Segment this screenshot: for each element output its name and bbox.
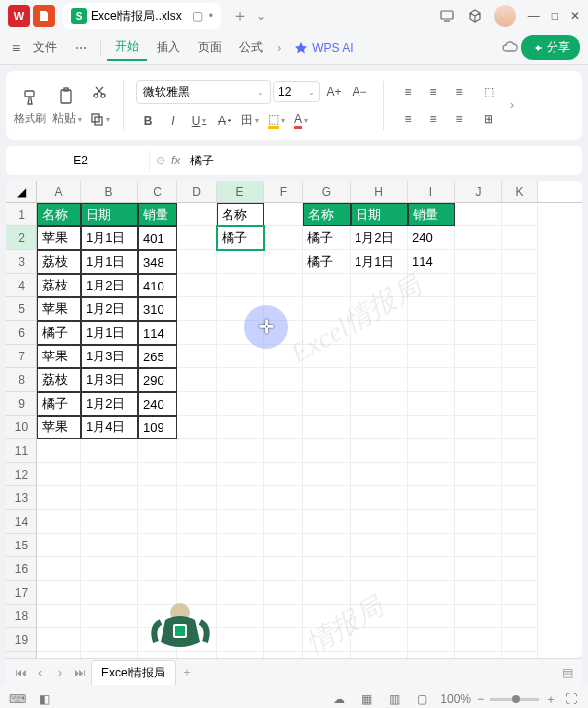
cell[interactable] [303, 534, 351, 557]
cell[interactable] [502, 274, 538, 297]
cells-area[interactable]: Excel情报局 情报局 名称日期销量名称名称日期销量苹果1月1日401橘子▾橘… [37, 203, 582, 658]
cell[interactable] [455, 345, 502, 368]
col-header-B[interactable]: B [81, 181, 138, 202]
cell[interactable] [455, 250, 502, 274]
cell[interactable]: 348 [138, 250, 177, 274]
cell[interactable]: 109 [138, 416, 177, 439]
cell[interactable] [502, 297, 538, 321]
cell[interactable] [217, 463, 264, 486]
cell[interactable] [138, 439, 177, 463]
row-header-11[interactable]: 11 [6, 439, 37, 463]
cell[interactable]: 荔枝 [37, 250, 81, 274]
cell[interactable] [217, 439, 264, 463]
cell[interactable] [138, 510, 177, 534]
cell[interactable]: 240 [138, 392, 177, 416]
cell[interactable]: 销量 [138, 203, 177, 226]
cell[interactable] [177, 226, 217, 250]
cell[interactable]: 苹果 [37, 226, 81, 250]
sheet-tab-active[interactable]: Excel情报局 [91, 660, 176, 685]
align-center-button[interactable]: ≡ [422, 108, 445, 130]
row-header-17[interactable]: 17 [6, 581, 37, 605]
cell[interactable] [351, 581, 408, 605]
cell[interactable] [81, 628, 138, 652]
cell[interactable] [217, 652, 264, 658]
border-button[interactable]: 田▾ [238, 110, 262, 132]
cell[interactable] [455, 628, 502, 652]
menu-tab-formula[interactable]: 公式 [231, 35, 271, 60]
cell[interactable]: 橘子 [303, 226, 351, 250]
cell[interactable] [455, 274, 502, 297]
wps-ai-button[interactable]: WPS AI [294, 41, 353, 55]
cancel-formula-icon[interactable]: ⊖ [156, 154, 165, 167]
increase-font-button[interactable]: A+ [322, 81, 346, 102]
cell[interactable] [177, 297, 217, 321]
cell[interactable]: 日期 [351, 203, 408, 226]
col-header-D[interactable]: D [177, 181, 217, 202]
cell[interactable] [37, 652, 81, 658]
cell[interactable] [264, 250, 303, 274]
row-header-1[interactable]: 1 [6, 203, 37, 226]
row-header-15[interactable]: 15 [6, 534, 37, 557]
tab-menu-icon[interactable]: ▢ [192, 9, 203, 23]
cell[interactable] [502, 652, 538, 658]
cell[interactable] [408, 439, 455, 463]
cell[interactable] [303, 345, 351, 368]
cell[interactable]: 240 [408, 226, 455, 250]
cell[interactable] [455, 510, 502, 534]
cell[interactable]: 1月1日 [81, 250, 138, 274]
cell[interactable] [177, 345, 217, 368]
cell[interactable] [264, 463, 303, 486]
cell[interactable] [351, 392, 408, 416]
cell[interactable] [303, 557, 351, 581]
cell[interactable] [303, 486, 351, 510]
cell[interactable] [455, 534, 502, 557]
cube-icon[interactable] [467, 8, 483, 24]
row-header-4[interactable]: 4 [6, 274, 37, 297]
cell[interactable] [37, 628, 81, 652]
cell[interactable] [81, 463, 138, 486]
cell[interactable]: 1月1日 [81, 226, 138, 250]
cell[interactable] [455, 439, 502, 463]
cell[interactable] [303, 652, 351, 658]
cell[interactable] [408, 416, 455, 439]
cell[interactable] [264, 486, 303, 510]
cell[interactable] [455, 557, 502, 581]
cell[interactable] [37, 581, 81, 605]
italic-button[interactable]: I [162, 110, 185, 132]
merge-button[interactable]: ⊞ [477, 108, 500, 130]
cell[interactable] [138, 534, 177, 557]
col-header-J[interactable]: J [455, 181, 502, 202]
file-tab[interactable]: S Excel情报局..xlsx ▢ • [63, 3, 221, 29]
cell[interactable]: 1月2日 [81, 392, 138, 416]
cell[interactable] [138, 486, 177, 510]
cell[interactable]: 1月3日 [81, 345, 138, 368]
new-tab-button[interactable]: ＋ [232, 6, 248, 27]
align-right-button[interactable]: ≡ [447, 108, 471, 130]
bold-button[interactable]: B [136, 110, 160, 132]
cell[interactable]: 1月2日 [81, 274, 138, 297]
cell[interactable] [502, 581, 538, 605]
cell[interactable] [138, 463, 177, 486]
cell[interactable]: 1月4日 [81, 416, 138, 439]
row-header-2[interactable]: 2 [6, 226, 37, 250]
cloud-icon[interactable] [501, 39, 519, 57]
cell[interactable]: 265 [138, 345, 177, 368]
cell[interactable]: 销量 [408, 203, 455, 226]
cell[interactable]: 401 [138, 226, 177, 250]
cell[interactable] [303, 463, 351, 486]
cell[interactable]: 荔枝 [37, 274, 81, 297]
fx-label[interactable]: fx [171, 154, 180, 167]
cell[interactable] [502, 534, 538, 557]
cell[interactable]: 410 [138, 274, 177, 297]
row-header-7[interactable]: 7 [6, 345, 37, 368]
col-header-C[interactable]: C [138, 181, 177, 202]
cell[interactable] [264, 392, 303, 416]
col-header-F[interactable]: F [264, 181, 303, 202]
cell[interactable] [264, 203, 303, 226]
cell[interactable] [264, 628, 303, 652]
cell[interactable] [37, 605, 81, 628]
row-header-20[interactable]: 20 [6, 652, 37, 658]
view-normal-icon[interactable]: ▦ [358, 690, 375, 708]
cell[interactable] [351, 463, 408, 486]
sheet-nav-next[interactable]: › [51, 664, 69, 681]
